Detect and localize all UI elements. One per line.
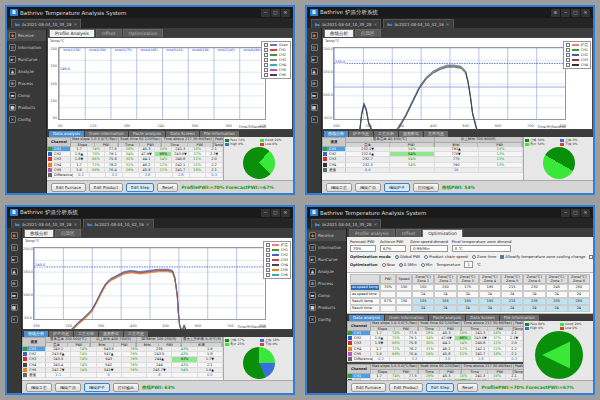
sidebar-item[interactable]: ◎ <box>9 242 20 253</box>
legend-checkbox[interactable] <box>566 63 570 67</box>
legend-entry[interactable]: 炉温 <box>266 243 288 247</box>
mode-checkbox[interactable]: Offer track speed change <box>589 254 595 259</box>
view-tab[interactable]: Profile analysis <box>349 229 395 237</box>
channel-label-cell[interactable]: Difference <box>47 173 73 177</box>
maximize-button[interactable]: □ <box>571 209 580 217</box>
channel-label-cell[interactable]: 差值 <box>22 373 46 377</box>
zone-table-row[interactable]: as speed time 2424242424242424 <box>350 291 590 298</box>
close-icon[interactable]: × <box>446 22 450 27</box>
legend-entry[interactable]: CH4 <box>566 63 588 67</box>
zone-table-row[interactable]: Result time 2424242424242424 <box>350 305 590 312</box>
action-button[interactable]: Reset <box>157 183 178 192</box>
channel-label-cell[interactable]: CH2 <box>47 152 71 156</box>
plot-area[interactable]: 235.0 <box>333 47 566 120</box>
mode-checkbox[interactable]: Allowify temperature zone cooling change <box>500 254 585 259</box>
action-button[interactable]: Edit Step <box>126 183 154 192</box>
maximize-button[interactable]: □ <box>271 209 280 217</box>
legend-checkbox[interactable] <box>566 43 570 47</box>
field-value[interactable]: 67% <box>380 245 406 252</box>
minimize-button[interactable]: ─ <box>261 9 270 17</box>
channel-label-cell[interactable]: CH5 <box>47 168 71 172</box>
legend-checkbox[interactable] <box>266 268 270 272</box>
document-tab[interactable]: bc bc2021-08-04_10_35_28 × <box>11 219 81 228</box>
channel-label-cell[interactable]: CH5 <box>22 368 46 372</box>
optimization-radio[interactable]: 0.5Min <box>399 262 417 267</box>
legend-checkbox[interactable] <box>266 243 270 247</box>
close-button[interactable]: ✕ <box>281 9 290 17</box>
sidebar-item[interactable]: ▬ Comp <box>307 290 346 301</box>
channel-label-cell[interactable]: CH1 <box>22 347 46 351</box>
channel-label-cell[interactable]: CH4 <box>322 163 346 167</box>
legend-entry[interactable]: CH1 <box>566 48 588 52</box>
view-tab[interactable]: 曲线分析 <box>324 29 354 37</box>
channel-label-cell[interactable]: CH2 <box>347 336 371 340</box>
channel-label-cell[interactable]: CH3 <box>322 157 346 161</box>
view-tab[interactable]: 曲线分析 <box>24 229 54 237</box>
legend-checkbox[interactable] <box>566 48 570 52</box>
action-button[interactable]: Edit Furnace <box>351 383 386 392</box>
sidebar-item[interactable]: ■ Products <box>7 102 46 113</box>
optimization-radio[interactable]: Now <box>382 262 395 267</box>
sidebar-item[interactable]: ■ <box>9 302 20 313</box>
sidebar-item[interactable]: ▲ Analyze <box>7 66 46 77</box>
action-button[interactable]: 编辑工艺 <box>26 383 52 392</box>
table-row[interactable]: 差值 0.616 <box>322 168 523 173</box>
channel-label-cell[interactable]: CH4 <box>22 363 46 367</box>
document-tab[interactable]: bc bc2021-08-04_10_42_16 × <box>383 19 453 28</box>
action-button[interactable]: 打印输出 <box>113 383 139 392</box>
legend-checkbox[interactable] <box>264 53 268 57</box>
view-tab[interactable]: Optimization <box>123 29 164 37</box>
minimize-button[interactable]: ─ <box>561 9 570 17</box>
zone-table-row[interactable]: as speed temp 70% 150 150150175195215230… <box>350 284 590 291</box>
channel-label-cell[interactable]: CH1 <box>347 331 371 335</box>
plot-area[interactable]: zone1(150)zone2(150)zone3(175)zone4(195)… <box>58 47 266 120</box>
channel-label-cell[interactable]: CH3 <box>347 341 371 345</box>
temperature-stepper[interactable]: 1 <box>464 261 472 268</box>
sidebar-item[interactable]: ▬ <box>9 290 20 301</box>
sidebar-item[interactable]: ◆ <box>9 230 20 241</box>
channel-label-cell[interactable]: Difference <box>347 357 373 361</box>
sidebar-item[interactable]: ⊕ Process <box>7 78 46 89</box>
sidebar-item[interactable]: ◎ Information <box>307 242 346 253</box>
channel-label-cell[interactable]: CH5 <box>347 352 371 356</box>
sidebar-item[interactable]: ► <box>9 254 20 265</box>
channel-label-cell[interactable]: CH4 <box>47 163 71 167</box>
legend-entry[interactable]: CH4 <box>266 263 288 267</box>
channel-label-cell[interactable]: CH4 <box>347 347 371 351</box>
legend-entry[interactable]: CH3 <box>266 258 288 262</box>
legend-checkbox[interactable] <box>566 58 570 62</box>
close-icon[interactable]: × <box>374 222 378 227</box>
sidebar-item[interactable]: ▲ <box>9 266 20 277</box>
sidebar-item[interactable]: ⊕ Process <box>307 278 346 289</box>
sidebar-item[interactable]: × <box>309 114 320 125</box>
zone-table-row[interactable]: Result temp 67% 150 15516518019521523525… <box>350 298 590 305</box>
view-tab[interactable]: 问题区 <box>55 229 81 237</box>
close-button[interactable]: ✕ <box>581 209 590 217</box>
channel-label-cell[interactable]: CH1 <box>347 374 371 378</box>
legend-checkbox[interactable] <box>264 48 268 52</box>
legend-checkbox[interactable] <box>264 63 268 67</box>
minimize-button[interactable]: ─ <box>261 209 270 217</box>
close-icon[interactable]: × <box>74 222 78 227</box>
action-button[interactable]: Edit Product <box>89 183 123 192</box>
maximize-button[interactable]: □ <box>571 9 580 17</box>
sidebar-item[interactable]: ◆ Receive <box>7 30 46 41</box>
sidebar-item[interactable]: ◆ <box>309 30 320 41</box>
field-value[interactable]: 70% <box>350 245 376 252</box>
legend-entry[interactable]: CH4 <box>264 63 288 67</box>
close-button[interactable]: ✕ <box>581 9 590 17</box>
sidebar-item[interactable]: ■ Products <box>307 302 346 313</box>
action-button[interactable]: 编辑产品 <box>55 383 81 392</box>
action-button[interactable]: Edit Furnace <box>51 183 86 192</box>
legend-entry[interactable]: CH5 <box>266 268 288 272</box>
action-button[interactable]: 编辑炉子 <box>84 383 110 392</box>
legend-checkbox[interactable] <box>566 53 570 57</box>
action-button[interactable]: 编辑炉子 <box>384 183 410 192</box>
legend-checkbox[interactable] <box>266 258 270 262</box>
legend-entry[interactable]: CH2 <box>264 53 288 57</box>
action-button[interactable]: Edit Step <box>426 383 454 392</box>
document-tab[interactable]: bc bc2021-08-04_10_35_28 × <box>11 19 81 28</box>
view-tab[interactable]: Profile Analysis <box>49 29 95 37</box>
table-row[interactable]: Difference 0.23.33.82.80.3 <box>347 357 523 362</box>
channel-label-cell[interactable]: CH1 <box>322 147 346 151</box>
